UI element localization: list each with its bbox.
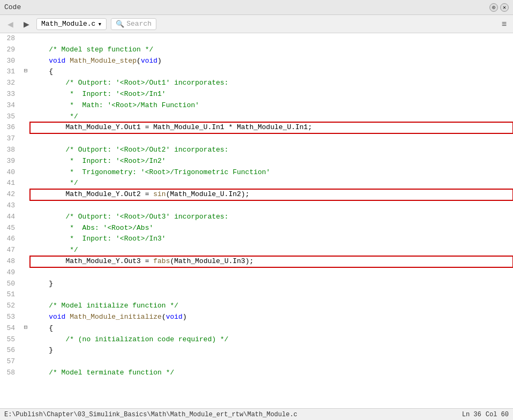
line-number: 44 bbox=[0, 212, 21, 223]
table-row: 42 Math_Module_Y.Out2 = sin(Math_Module_… bbox=[0, 189, 513, 200]
table-row: 53 void Math_Module_initialize(void) bbox=[0, 312, 513, 323]
line-code: * Math: '<Root>/Math Function' bbox=[30, 100, 513, 111]
fold-marker bbox=[21, 301, 30, 312]
table-row: 49 bbox=[0, 267, 513, 279]
title-bar: Code ⊙ ✕ bbox=[0, 0, 513, 15]
line-number: 37 bbox=[0, 133, 21, 145]
code-scroll[interactable]: 28 29 /* Model step function */30 void M… bbox=[0, 33, 513, 408]
table-row: 57 bbox=[0, 356, 513, 368]
file-tab[interactable]: Math_Module.c ▾ bbox=[36, 18, 107, 30]
status-bar: E:\Publish\Chapter\03_Simulink_Basics\Ma… bbox=[0, 408, 513, 420]
line-number: 41 bbox=[0, 178, 21, 189]
line-number: 33 bbox=[0, 89, 21, 100]
line-code: * Trigonometry: '<Root>/Trigonometric Fu… bbox=[30, 167, 513, 178]
line-number: 42 bbox=[0, 189, 21, 200]
code-table: 28 29 /* Model step function */30 void M… bbox=[0, 33, 513, 379]
line-code: */ bbox=[30, 178, 513, 189]
line-number: 32 bbox=[0, 78, 21, 89]
status-col: Col 60 bbox=[486, 411, 509, 418]
line-code: */ bbox=[30, 111, 513, 123]
fold-marker bbox=[21, 212, 30, 223]
fold-marker bbox=[21, 356, 30, 368]
line-number: 52 bbox=[0, 301, 21, 312]
line-number: 46 bbox=[0, 234, 21, 245]
line-code: */ bbox=[30, 245, 513, 256]
fold-marker bbox=[21, 56, 30, 67]
fold-marker bbox=[21, 189, 30, 200]
line-code: void Math_Module_step(void) bbox=[30, 56, 513, 67]
table-row: 46 * Inport: '<Root>/In3' bbox=[0, 234, 513, 245]
table-row: 56 } bbox=[0, 345, 513, 356]
line-code: Math_Module_Y.Out1 = Math_Module_U.In1 *… bbox=[30, 122, 513, 133]
table-row: 44 /* Outport: '<Root>/Out3' incorporate… bbox=[0, 212, 513, 223]
fold-marker[interactable]: ⊟ bbox=[21, 66, 30, 78]
fold-marker bbox=[21, 167, 30, 178]
table-row: 30 void Math_Module_step(void) bbox=[0, 56, 513, 67]
fold-marker bbox=[21, 345, 30, 356]
forward-icon: ▶ bbox=[24, 20, 29, 28]
table-row: 37 bbox=[0, 133, 513, 145]
fold-marker bbox=[21, 368, 30, 379]
fold-marker bbox=[21, 156, 30, 167]
file-tab-label: Math_Module.c bbox=[41, 20, 95, 28]
status-path: E:\Publish\Chapter\03_Simulink_Basics\Ma… bbox=[4, 411, 458, 418]
line-number: 55 bbox=[0, 334, 21, 346]
line-code: /* (no initialization code required) */ bbox=[30, 334, 513, 346]
line-number: 50 bbox=[0, 279, 21, 290]
line-code: /* Outport: '<Root>/Out2' incorporates: bbox=[30, 145, 513, 156]
line-number: 28 bbox=[0, 33, 21, 44]
line-code: /* Model step function */ bbox=[30, 44, 513, 56]
fold-marker bbox=[21, 78, 30, 89]
table-row: 38 /* Outport: '<Root>/Out2' incorporate… bbox=[0, 145, 513, 156]
table-row: 47 */ bbox=[0, 245, 513, 256]
table-row: 36 Math_Module_Y.Out1 = Math_Module_U.In… bbox=[0, 122, 513, 133]
circle-control-icon[interactable]: ⊙ bbox=[489, 3, 498, 12]
search-box[interactable]: 🔍 Search bbox=[111, 18, 156, 30]
fold-marker bbox=[21, 33, 30, 44]
table-row: 48 Math_Module_Y.Out3 = fabs(Math_Module… bbox=[0, 256, 513, 267]
fold-marker bbox=[21, 178, 30, 189]
line-number: 40 bbox=[0, 167, 21, 178]
fold-marker bbox=[21, 223, 30, 234]
line-code bbox=[30, 267, 513, 279]
title-bar-controls: ⊙ ✕ bbox=[489, 3, 509, 12]
fold-marker bbox=[21, 312, 30, 323]
line-code: * Inport: '<Root>/In1' bbox=[30, 89, 513, 100]
line-number: 45 bbox=[0, 223, 21, 234]
table-row: 32 /* Outport: '<Root>/Out1' incorporate… bbox=[0, 78, 513, 89]
table-row: 52 /* Model initialize function */ bbox=[0, 301, 513, 312]
table-row: 50 } bbox=[0, 279, 513, 290]
menu-icon: ≡ bbox=[502, 19, 507, 28]
line-number: 43 bbox=[0, 200, 21, 212]
fold-marker bbox=[21, 133, 30, 145]
line-number: 57 bbox=[0, 356, 21, 368]
line-number: 38 bbox=[0, 145, 21, 156]
line-code: { bbox=[30, 323, 513, 334]
fold-marker bbox=[21, 145, 30, 156]
line-number: 47 bbox=[0, 245, 21, 256]
close-control-icon[interactable]: ✕ bbox=[500, 3, 509, 12]
fold-marker bbox=[21, 279, 30, 290]
title-bar-left: Code bbox=[4, 3, 21, 11]
line-code: /* Model initialize function */ bbox=[30, 301, 513, 312]
fold-marker[interactable]: ⊟ bbox=[21, 323, 30, 334]
line-code: Math_Module_Y.Out2 = sin(Math_Module_U.I… bbox=[30, 189, 513, 200]
line-number: 29 bbox=[0, 44, 21, 56]
fold-marker bbox=[21, 122, 30, 133]
line-number: 34 bbox=[0, 100, 21, 111]
table-row: 40 * Trigonometry: '<Root>/Trigonometric… bbox=[0, 167, 513, 178]
table-row: 41 */ bbox=[0, 178, 513, 189]
line-code bbox=[30, 33, 513, 44]
forward-button[interactable]: ▶ bbox=[20, 18, 32, 30]
menu-button[interactable]: ≡ bbox=[500, 18, 509, 30]
fold-marker bbox=[21, 234, 30, 245]
back-button[interactable]: ◀ bbox=[4, 18, 16, 30]
line-number: 56 bbox=[0, 345, 21, 356]
line-code bbox=[30, 289, 513, 301]
fold-marker bbox=[21, 44, 30, 56]
line-code: /* Model terminate function */ bbox=[30, 368, 513, 379]
line-code bbox=[30, 356, 513, 368]
line-code: * Inport: '<Root>/In2' bbox=[30, 156, 513, 167]
fold-marker bbox=[21, 334, 30, 346]
line-code: void Math_Module_initialize(void) bbox=[30, 312, 513, 323]
